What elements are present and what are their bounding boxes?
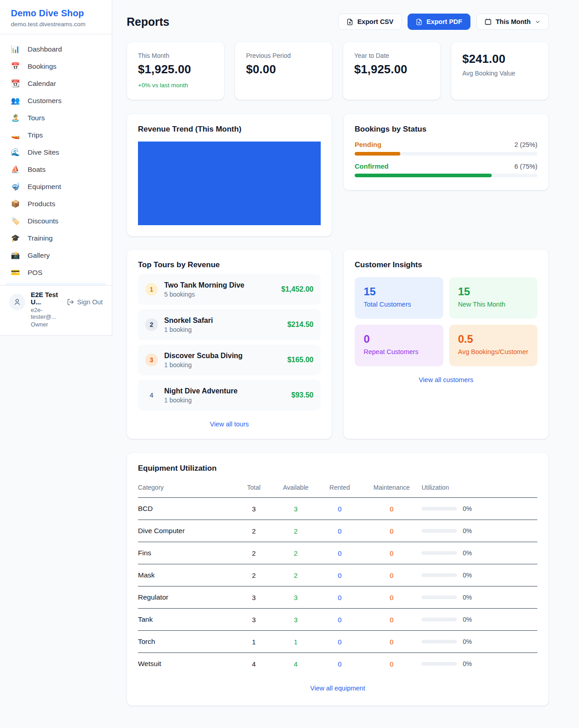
stat-label: This Month — [138, 52, 213, 59]
logout-icon — [67, 298, 74, 306]
user-meta: E2E Test U... e2e-tester@... Owner — [31, 291, 62, 328]
sidebar-item-boats[interactable]: ⛵ Boats — [0, 161, 112, 178]
user-name: E2E Test U... — [31, 291, 62, 306]
status-bar-fill-confirmed — [355, 174, 492, 177]
cell-maintenance: 0 — [361, 520, 421, 542]
cell-rented: 0 — [318, 498, 361, 520]
tour-name: Snorkel Safari — [164, 317, 281, 325]
cell-total: 2 — [234, 564, 274, 586]
user-role: Owner — [31, 321, 62, 328]
tile-value: 0 — [364, 333, 434, 345]
sidebar-item-products[interactable]: 📦 Products — [0, 195, 112, 213]
sidebar-item-gallery[interactable]: 📸 Gallery — [0, 247, 112, 264]
file-download-icon — [346, 19, 353, 25]
sidebar-item-label: Gallery — [28, 251, 50, 260]
equipment-table-body: BCD 3 3 0 0 0% Dive Computer 2 2 0 0 0% … — [138, 498, 537, 675]
sidebar-item-label: Tours — [28, 114, 45, 122]
sidebar-nav: 📊 Dashboard 📅 Bookings 📆 Calendar 👥 Cust… — [0, 34, 112, 285]
tour-row: 1 Two Tank Morning Dive 5 bookings $1,45… — [138, 274, 321, 305]
tile-label: Repeat Customers — [364, 348, 434, 355]
period-label: This Month — [496, 18, 531, 25]
tile-repeat-customers: 0 Repeat Customers — [355, 325, 443, 366]
sign-out-button[interactable]: Sign Out — [67, 298, 103, 306]
col-header-available: Available — [274, 479, 318, 498]
tour-bookings: 1 booking — [164, 361, 281, 369]
utilization-bar — [422, 551, 457, 555]
view-all-tours-link[interactable]: View all tours — [138, 421, 321, 428]
utilization-percent: 0% — [463, 572, 472, 579]
table-header-row: Category Total Available Rented Maintena… — [138, 479, 537, 498]
credit-card-icon: 💳 — [11, 269, 20, 276]
bookings-by-status-title: Bookings by Status — [355, 125, 537, 134]
main-content: Reports Export CSV Export PDF — [112, 0, 579, 728]
cell-maintenance: 0 — [361, 653, 421, 675]
table-row: Regulator 3 3 0 0 0% — [138, 586, 537, 609]
cell-maintenance: 0 — [361, 542, 421, 564]
cell-category: Fins — [138, 542, 234, 564]
sidebar-item-discounts[interactable]: 🏷️ Discounts — [0, 213, 112, 230]
cell-category: BCD — [138, 498, 234, 520]
cell-maintenance: 0 — [361, 498, 421, 520]
tour-row: 3 Discover Scuba Diving 1 booking $165.0… — [138, 345, 321, 375]
graduation-cap-icon: 🎓 — [11, 235, 20, 242]
tour-row: 4 Night Dive Adventure 1 booking $93.50 — [138, 380, 321, 411]
cell-rented: 0 — [318, 520, 361, 542]
sidebar: Demo Dive Shop demo.test.divestreams.com… — [0, 0, 112, 336]
cell-available: 2 — [274, 564, 318, 586]
tour-name: Night Dive Adventure — [164, 387, 285, 395]
sidebar-item-label: Trips — [28, 131, 43, 139]
cell-rented: 0 — [318, 653, 361, 675]
top-tours-title: Top Tours by Revenue — [138, 260, 321, 269]
sidebar-item-calendar[interactable]: 📆 Calendar — [0, 75, 112, 92]
utilization-percent: 0% — [463, 505, 472, 512]
sidebar-item-label: Dashboard — [28, 45, 62, 53]
sidebar-item-tours[interactable]: 🏝️ Tours — [0, 109, 112, 127]
utilization-bar — [422, 662, 457, 666]
sidebar-item-training[interactable]: 🎓 Training — [0, 230, 112, 247]
sidebar-item-customers[interactable]: 👥 Customers — [0, 92, 112, 109]
page-header: Reports Export CSV Export PDF — [127, 14, 549, 30]
cell-category: Wetsuit — [138, 653, 234, 675]
cell-maintenance: 0 — [361, 586, 421, 609]
sidebar-item-bookings[interactable]: 📅 Bookings — [0, 58, 112, 75]
utilization-bar — [422, 507, 457, 511]
sidebar-item-label: Customers — [28, 97, 62, 105]
col-header-category: Category — [138, 479, 234, 498]
cell-utilization: 0% — [422, 653, 537, 675]
tour-amount: $93.50 — [291, 391, 313, 399]
cell-category: Regulator — [138, 586, 234, 609]
cell-category: Mask — [138, 564, 234, 586]
tile-total-customers: 15 Total Customers — [355, 277, 443, 319]
sidebar-item-dive-sites[interactable]: 🌊 Dive Sites — [0, 144, 112, 161]
period-dropdown[interactable]: This Month — [476, 14, 549, 30]
status-bar-fill-pending — [355, 152, 400, 156]
cell-available: 2 — [274, 542, 318, 564]
sidebar-item-dashboard[interactable]: 📊 Dashboard — [0, 41, 112, 58]
col-header-rented: Rented — [318, 479, 361, 498]
utilization-percent: 0% — [463, 594, 472, 601]
wave-icon: 🌊 — [11, 149, 20, 156]
cell-available: 4 — [274, 653, 318, 675]
sidebar-item-pos[interactable]: 💳 POS — [0, 264, 112, 281]
camera-icon: 📸 — [11, 252, 20, 259]
utilization-bar — [422, 640, 457, 643]
utilization-percent: 0% — [463, 616, 472, 623]
export-csv-button[interactable]: Export CSV — [338, 14, 402, 30]
tour-amount: $165.00 — [287, 356, 313, 364]
cell-available: 3 — [274, 498, 318, 520]
cell-utilization: 0% — [422, 609, 537, 631]
chevron-down-icon — [535, 19, 541, 25]
export-pdf-button[interactable]: Export PDF — [408, 14, 470, 30]
view-all-equipment-link[interactable]: View all equipment — [138, 685, 537, 692]
stat-value: $0.00 — [246, 62, 321, 76]
view-all-customers-link[interactable]: View all customers — [355, 376, 537, 383]
app-root: Demo Dive Shop demo.test.divestreams.com… — [0, 0, 579, 728]
sidebar-item-trips[interactable]: 🚤 Trips — [0, 127, 112, 144]
status-value-pending: 2 (25%) — [514, 141, 537, 148]
sidebar-item-label: POS — [28, 269, 43, 277]
sidebar-item-equipment[interactable]: 🤿 Equipment — [0, 178, 112, 195]
rank-badge: 4 — [145, 389, 158, 402]
avatar — [9, 294, 25, 310]
cell-total: 3 — [234, 609, 274, 631]
sidebar-item-label: Boats — [28, 165, 46, 174]
